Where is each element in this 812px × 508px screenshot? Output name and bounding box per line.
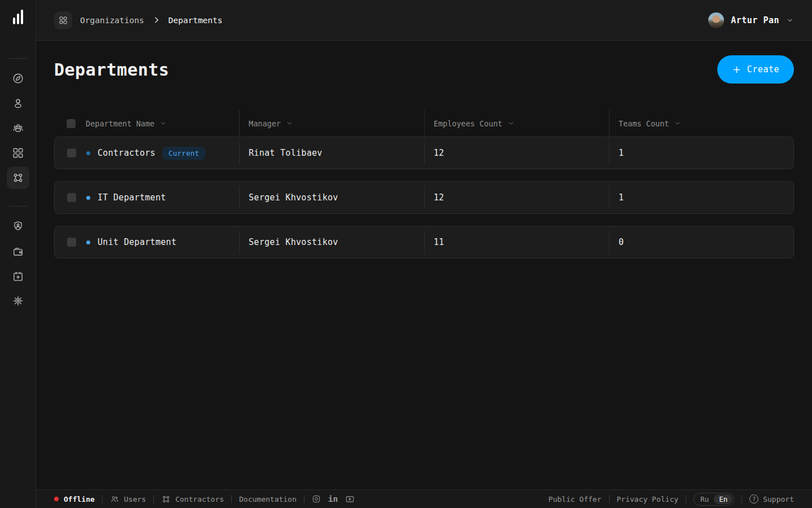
language-toggle[interactable]: Ru En <box>694 493 734 506</box>
cell-manager: Sergei Khvostikov <box>240 182 425 213</box>
footer-link-support[interactable]: ? Support <box>749 494 794 503</box>
table-header: Department Name Manager Employees Count … <box>54 110 794 137</box>
calendar-plus-icon <box>12 270 24 283</box>
footer-link-privacy-policy[interactable]: Privacy Policy <box>617 495 679 503</box>
cell-employees-count: 12 <box>425 137 610 169</box>
breadcrumb-organizations[interactable]: Organizations <box>80 16 144 25</box>
row-checkbox[interactable] <box>67 193 76 202</box>
sidebar-item-wallet[interactable] <box>7 240 29 263</box>
footer-link-documentation[interactable]: Documentation <box>239 495 297 503</box>
question-circle-icon: ? <box>749 494 758 503</box>
user-menu[interactable]: Artur Pan <box>708 12 794 28</box>
sidebar-divider-top <box>9 58 27 59</box>
language-option-en[interactable]: En <box>714 494 732 504</box>
sidebar <box>0 0 36 508</box>
departments-table: Department Name Manager Employees Count … <box>54 110 794 270</box>
department-name: Unit Department <box>98 237 176 247</box>
sidebar-item-organizations[interactable] <box>7 142 29 164</box>
network-nodes-icon <box>12 172 24 184</box>
sidebar-item-departments[interactable] <box>7 167 29 189</box>
footer: Offline Users Contractors Do <box>36 489 812 508</box>
cell-department-name: Contractors Current <box>86 137 240 169</box>
row-checkbox[interactable] <box>67 238 76 247</box>
create-button[interactable]: Create <box>717 55 794 84</box>
chevron-down-icon <box>786 16 794 24</box>
footer-link-contractors[interactable]: Contractors <box>161 494 224 504</box>
cell-department-name: Unit Department <box>86 226 240 258</box>
footer-divider <box>153 495 154 503</box>
row-checkbox[interactable] <box>67 148 76 157</box>
users-icon <box>110 494 120 504</box>
table-row[interactable]: Contractors Current Rinat Tolibaev 12 1 <box>54 137 794 169</box>
chevron-down-icon <box>160 120 167 127</box>
offline-label: Offline <box>64 495 95 503</box>
create-button-label: Create <box>747 64 779 75</box>
sidebar-item-settings[interactable] <box>7 290 29 312</box>
status-dot <box>86 240 90 244</box>
department-name: IT Department <box>98 192 166 203</box>
plus-icon <box>732 65 742 75</box>
footer-divider <box>231 495 232 503</box>
department-name: Contractors <box>98 148 156 158</box>
column-header-department-name[interactable]: Department Name <box>86 110 239 137</box>
cell-employees-count: 12 <box>425 182 610 213</box>
cell-manager: Sergei Khvostikov <box>240 226 425 258</box>
sidebar-item-admins[interactable] <box>7 215 29 238</box>
footer-divider <box>742 495 742 503</box>
wallet-icon <box>12 246 24 258</box>
footer-divider <box>609 495 610 503</box>
network-nodes-icon <box>161 494 171 504</box>
user-icon <box>12 97 24 110</box>
sidebar-item-dashboard[interactable] <box>7 67 29 90</box>
top-bar: Organizations Departments Artur Pan <box>36 0 812 41</box>
column-header-teams-count[interactable]: Teams Count <box>609 110 794 137</box>
footer-divider <box>304 495 304 503</box>
app-logo-bar-chart-icon <box>13 10 23 24</box>
offline-dot-icon <box>54 497 59 501</box>
compass-icon <box>12 72 24 85</box>
user-name: Artur Pan <box>731 15 779 25</box>
chevron-down-icon <box>286 120 293 127</box>
users-group-icon <box>12 122 24 134</box>
sidebar-item-calendar[interactable] <box>7 265 29 288</box>
cell-department-name: IT Department <box>86 182 240 213</box>
current-badge: Current <box>162 147 206 160</box>
column-header-employees-count[interactable]: Employees Count <box>424 110 609 137</box>
sidebar-item-users[interactable] <box>7 92 29 115</box>
breadcrumb-departments[interactable]: Departments <box>169 16 223 25</box>
table-row[interactable]: Unit Department Sergei Khvostikov 11 0 <box>54 226 794 259</box>
sidebar-divider-bottom <box>9 206 27 207</box>
cell-manager: Rinat Tolibaev <box>240 137 425 169</box>
breadcrumb-apps-button[interactable] <box>54 11 72 29</box>
footer-divider <box>102 495 103 503</box>
footer-link-public-offer[interactable]: Public Offer <box>549 495 602 503</box>
page-title: Departments <box>54 60 169 80</box>
footer-link-users[interactable]: Users <box>110 494 146 504</box>
gear-icon <box>12 295 24 307</box>
cell-teams-count: 1 <box>610 137 795 169</box>
linkedin-icon[interactable]: in <box>328 495 338 503</box>
instagram-icon[interactable] <box>312 494 321 503</box>
column-header-manager[interactable]: Manager <box>239 110 424 137</box>
cell-employees-count: 11 <box>425 226 610 258</box>
shield-user-icon <box>12 220 24 233</box>
chevron-down-icon <box>508 120 515 127</box>
youtube-icon[interactable] <box>345 494 355 504</box>
sidebar-item-teams[interactable] <box>7 117 29 139</box>
status-dot <box>86 196 90 200</box>
avatar <box>708 12 724 28</box>
grid-icon <box>12 147 24 159</box>
cell-teams-count: 0 <box>610 226 795 258</box>
select-all-checkbox[interactable] <box>67 119 76 128</box>
status-dot <box>86 151 90 155</box>
cell-teams-count: 1 <box>610 182 795 213</box>
chevron-down-icon <box>674 120 681 127</box>
breadcrumb: Organizations Departments <box>54 11 223 29</box>
dashboard-icon <box>58 15 68 25</box>
language-option-ru[interactable]: Ru <box>695 494 714 504</box>
main-content: Departments Create Department Name Manag… <box>36 41 812 489</box>
footer-divider <box>686 495 686 503</box>
connection-status: Offline <box>54 495 95 503</box>
chevron-right-icon <box>152 16 161 24</box>
table-row[interactable]: IT Department Sergei Khvostikov 12 1 <box>54 181 794 214</box>
